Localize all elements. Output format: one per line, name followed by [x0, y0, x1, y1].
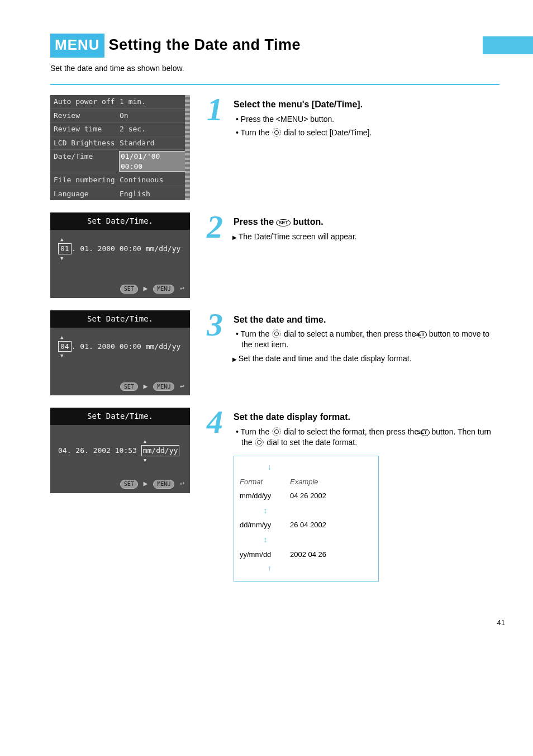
text-fragment: dial to select a number, then press the [284, 329, 418, 338]
text-fragment: Turn the [241, 427, 272, 436]
text-fragment: dial to set the date format. [266, 438, 357, 447]
menu-pill: MENU [153, 382, 174, 391]
set-pill: SET [120, 285, 138, 294]
value-box: mm/dd/yy [141, 445, 180, 456]
arrow-icon: ▶ [144, 284, 148, 292]
up-arrow-icon: ↓ [268, 564, 272, 574]
step-number-1: 1 [207, 95, 230, 138]
value-box: 04 [58, 341, 72, 352]
value-plain: 04. 26. 2002 10:53 [58, 446, 141, 455]
dial-icon [272, 427, 282, 437]
menu-badge: MENU [50, 34, 104, 58]
step-1-sub-b: Turn the dial to select [Date/Time]. [241, 127, 499, 138]
svg-point-0 [273, 129, 280, 136]
page-number: 41 [497, 618, 505, 628]
svg-point-3 [274, 332, 278, 336]
menu-item-value: 2 sec. [120, 124, 146, 134]
menu-item-label: Review [54, 111, 120, 121]
step-number-4: 4 [207, 408, 230, 582]
step-3-title: Set the date and time. [234, 314, 499, 326]
menu-pill: MENU [153, 480, 174, 489]
menu-item-label: Auto power off [54, 97, 120, 107]
down-arrow-icon: ↓ [268, 462, 373, 472]
text-fragment: dial to select the format, then press th… [284, 427, 421, 436]
menu-item-value: Continuous [120, 175, 163, 185]
step-4-title: Set the date display format. [234, 411, 499, 423]
text-fragment: dial to select [Date/Time]. [284, 128, 372, 137]
step-number-2: 2 [207, 212, 230, 242]
set-button-icon: SET [276, 219, 291, 226]
step-4-sub: Turn the dial to select the format, then… [241, 427, 499, 448]
dial-icon [254, 437, 264, 447]
format-box: ↓ FormatExample mm/dd/yy04 26 2002 ↕ dd/… [234, 456, 379, 582]
text-fragment: Turn the [241, 329, 272, 338]
menu-item-label: Review time [54, 124, 120, 134]
intro-text: Set the date and time as shown below. [50, 63, 499, 74]
example-value: 26 04 2002 [290, 520, 373, 530]
dial-icon [272, 329, 282, 339]
example-value: 2002 04 26 [290, 550, 373, 560]
menu-item-label: File numbering [54, 175, 120, 185]
svg-point-1 [274, 131, 278, 135]
menu-item-value: Standard [120, 138, 155, 148]
value-box: 01 [58, 243, 72, 254]
format-value: yy/mm/dd [240, 550, 290, 560]
value-rest: . 01. 2000 00:00 mm/dd/yy [72, 342, 181, 351]
set-pill: SET [120, 480, 138, 489]
menu-item-label: LCD Brightness [54, 138, 120, 148]
screen-title: Set Date/Time. [50, 212, 190, 230]
format-value: dd/mm/yy [240, 520, 290, 530]
divider [50, 84, 499, 85]
text-fragment: button. [293, 217, 323, 226]
return-icon: ↩ [180, 479, 184, 488]
arrow-icon: ▶ [144, 479, 148, 488]
text-fragment: Turn the [241, 128, 272, 137]
step-1-title: Select the menu's [Date/Time]. [234, 98, 499, 111]
setdate-screenshot-1: Set Date/Time. 01. 01. 2000 00:00 mm/dd/… [50, 212, 190, 297]
menu-item-value: English [120, 189, 150, 199]
menu-item-selected: 01/01/'00 00:00 [120, 152, 187, 171]
set-button-icon: SET [418, 331, 427, 338]
menu-pill: MENU [153, 285, 174, 294]
return-icon: ↩ [180, 284, 184, 292]
setdate-screenshot-2: Set Date/Time. 04. 01. 2000 00:00 mm/dd/… [50, 310, 190, 395]
step-2-result: The Date/Time screen will appear. [238, 231, 499, 242]
step-3-sub: Turn the dial to select a number, then p… [241, 329, 499, 350]
example-heading: Example [290, 477, 373, 487]
text-fragment: Press the [234, 217, 276, 226]
svg-point-7 [258, 440, 261, 444]
setdate-screenshot-3: Set Date/Time. 04. 26. 2002 10:53 mm/dd/… [50, 408, 190, 493]
svg-point-6 [255, 438, 263, 446]
menu-item-label: Date/Time [54, 152, 120, 171]
return-icon: ↩ [180, 382, 184, 390]
updown-icon: ↕ [262, 505, 269, 516]
section-tab [483, 36, 533, 54]
svg-point-2 [273, 330, 280, 338]
menu-item-label: Language [54, 189, 120, 199]
menu-item-value: On [120, 111, 129, 121]
menu-item-value: 1 min. [120, 97, 146, 107]
step-1-sub-a: Press the <MENU> button. [241, 114, 499, 125]
set-pill: SET [120, 382, 138, 391]
svg-point-4 [273, 428, 280, 436]
value-rest: . 01. 2000 00:00 mm/dd/yy [72, 244, 181, 253]
updown-icon: ↕ [262, 535, 269, 545]
menu-screenshot: Auto power off1 min. ReviewOn Review tim… [50, 95, 190, 200]
screen-title: Set Date/Time. [50, 310, 190, 328]
set-button-icon: SET [421, 429, 430, 436]
screen-title: Set Date/Time. [50, 408, 190, 425]
step-2-title: Press the SET button. [234, 216, 499, 228]
title-text: Setting the Date and Time [109, 36, 301, 53]
format-value: mm/dd/yy [240, 491, 290, 501]
step-number-3: 3 [207, 310, 230, 364]
page-title: MENUSetting the Date and Time [50, 34, 499, 58]
arrow-icon: ▶ [144, 382, 148, 390]
example-value: 04 26 2002 [290, 491, 373, 501]
svg-point-5 [274, 429, 278, 433]
step-3-result: Set the date and time and the date displ… [238, 353, 499, 364]
dial-icon [272, 127, 282, 138]
format-heading: Format [240, 477, 290, 487]
